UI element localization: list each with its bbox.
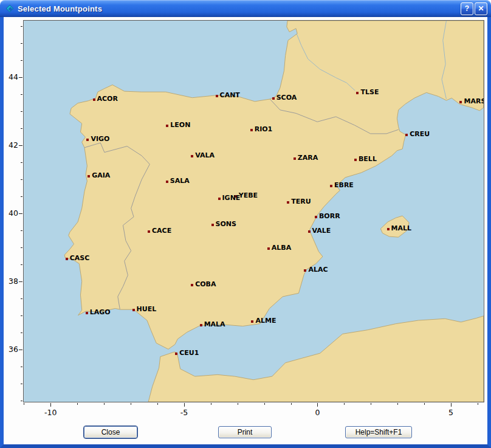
map-plot: ACORCANTSCOATLSEMARSLEONRIO1CREUVIGOVALA… [23,20,484,402]
x-minor-tick [157,403,158,405]
station-label-cant: CANT [220,91,240,100]
station-label-casc: CASC [70,254,90,263]
station-label-sons: SONS [216,220,236,229]
station-label-yebe: YEBE [239,191,258,200]
station-marker-sala [166,181,168,183]
station-label-huel: HUEL [137,305,157,314]
y-minor-tick [21,111,22,112]
y-minor-tick [21,367,22,367]
y-minor-tick [21,43,22,44]
station-marker-alba [267,247,270,250]
dialog-body: ACORCANTSCOATLSEMARSLEONRIO1CREUVIGOVALA… [0,17,491,448]
station-marker-teru [287,201,289,204]
station-marker-borr [315,216,317,218]
x-tick-label: 5 [448,408,453,417]
station-marker-mala [200,324,202,326]
y-minor-tick [21,128,22,129]
station-label-coba: COBA [195,280,216,289]
x-major-tick [184,403,185,407]
x-minor-tick [238,403,238,405]
station-marker-gaia [88,175,90,177]
y-minor-tick [21,60,22,61]
station-label-vale: VALE [312,227,331,235]
station-marker-casc [66,258,68,260]
station-label-creu: CREU [410,130,430,139]
app-icon [5,4,15,13]
y-minor-tick [21,333,22,333]
station-label-bell: BELL [359,155,377,164]
x-minor-tick [104,403,105,405]
x-minor-tick [264,403,265,405]
station-marker-creu [405,134,408,136]
station-marker-bell [354,159,357,161]
x-minor-tick [371,403,371,405]
x-tick-label: -10 [44,408,57,417]
station-label-vigo: VIGO [91,135,109,143]
y-major-tick [19,77,22,78]
station-label-rio1: RIO1 [255,125,273,134]
print-button[interactable]: Print [218,426,272,438]
station-label-teru: TERU [291,198,311,206]
station-label-mars: MARS [464,97,484,106]
title-bar[interactable]: Selected Mountpoints ? ✕ [0,0,491,17]
x-minor-tick [211,403,211,405]
station-marker-rio1 [250,129,253,131]
y-major-tick [19,145,22,146]
station-label-lago: LAGO [90,308,111,317]
y-major-tick [19,281,22,282]
y-minor-tick [21,162,22,163]
station-label-alac: ALAC [308,266,328,274]
station-marker-mall [387,228,390,230]
y-minor-tick [21,179,22,180]
station-marker-huel [132,309,135,311]
station-marker-vale [308,230,311,233]
help-shortcut-button[interactable]: Help=Shift+F1 [345,426,412,438]
station-label-leon: LEON [170,121,190,129]
y-minor-tick [21,264,22,265]
station-label-tlse: TLSE [360,88,379,97]
x-minor-tick [478,403,478,405]
station-label-sala: SALA [170,177,190,185]
help-titlebar-button[interactable]: ? [461,2,473,15]
y-minor-tick [21,94,22,95]
x-minor-tick [344,403,345,405]
station-marker-alme [251,320,253,323]
x-major-tick [317,403,318,407]
y-major-tick [19,213,22,214]
x-minor-tick [131,403,131,405]
station-marker-tlse [356,92,359,94]
close-window-button[interactable]: ✕ [475,2,487,15]
y-major-tick [19,350,22,350]
x-tick-label: 0 [315,408,320,417]
y-minor-tick [21,230,22,231]
station-label-cace: CACE [152,227,171,235]
station-label-alme: ALME [255,317,276,325]
station-label-scoa: SCOA [276,94,297,102]
station-marker-zara [294,157,296,160]
close-button[interactable]: Close [84,426,137,438]
station-label-acor: ACOR [97,95,118,103]
station-marker-scoa [272,97,275,100]
y-minor-tick [21,401,22,401]
station-marker-vigo [86,139,89,141]
x-major-tick [451,403,452,407]
x-minor-tick [24,403,24,405]
y-tick-label: 44 [2,72,18,81]
window-title: Selected Mountpoints [18,4,461,13]
y-minor-tick [21,247,22,248]
station-marker-igne [218,198,221,200]
y-minor-tick [21,196,22,197]
y-tick-label: 40 [2,208,18,218]
station-label-vala: VALA [195,151,215,160]
titlebar-buttons: ? ✕ [461,2,487,15]
y-tick-label: 36 [2,345,18,354]
station-label-ceu1: CEU1 [179,349,199,357]
x-minor-tick [291,403,292,405]
x-minor-tick [77,403,78,405]
station-marker-cant [216,95,218,97]
y-minor-tick [21,26,22,27]
button-row: Close Print Help=Shift+F1 [4,426,487,439]
station-label-gaia: GAIA [92,171,110,180]
station-label-ebre: EBRE [334,181,354,190]
station-marker-leon [166,125,168,127]
